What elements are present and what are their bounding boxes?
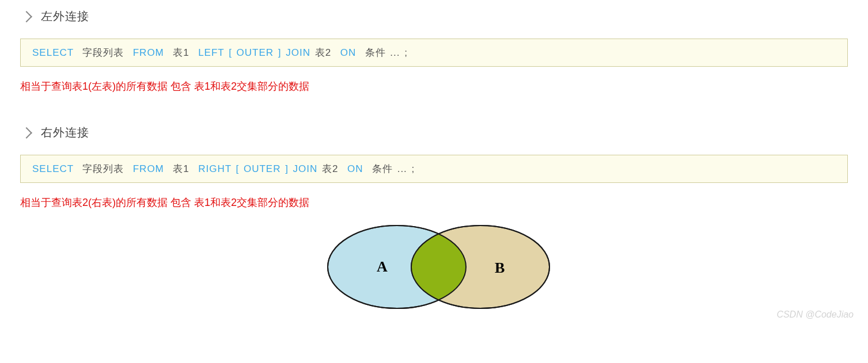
sql-keyword: FROM	[133, 163, 164, 174]
sql-keyword: SELECT	[32, 47, 74, 58]
sql-keyword: RIGHT	[198, 163, 232, 174]
venn-diagram: A B	[20, 212, 848, 319]
description-left-join: 相当于查询表1(左表)的所有数据 包含 表1和表2交集部分的数据	[20, 79, 848, 93]
section-heading-left-join: 左外连接	[20, 9, 848, 24]
sql-keyword: ON	[340, 47, 357, 58]
sql-keyword: ON	[347, 163, 363, 174]
sql-code-right-join: SELECT 字段列表 FROM 表1 RIGHT [ OUTER ] JOIN…	[20, 155, 848, 183]
sql-keyword: SELECT	[32, 163, 74, 174]
sql-keyword: [ OUTER ]	[236, 163, 288, 174]
venn-label-b: B	[495, 259, 505, 276]
sql-token: 字段列表	[82, 163, 124, 174]
section-heading-right-join: 右外连接	[20, 125, 848, 140]
sql-token: 条件 ... ;	[372, 163, 415, 174]
watermark: CSDN @CodeJiao	[776, 309, 854, 320]
sql-token: 表1	[173, 47, 189, 58]
sql-token: 字段列表	[82, 47, 124, 58]
venn-label-a: A	[377, 258, 388, 275]
sql-token: 表1	[173, 163, 189, 174]
chevron-right-icon	[21, 127, 32, 139]
sql-token: 表2	[322, 163, 338, 174]
sql-keyword: LEFT	[198, 47, 224, 58]
description-right-join: 相当于查询表2(右表)的所有数据 包含 表1和表2交集部分的数据	[20, 196, 848, 209]
heading-text: 左外连接	[41, 9, 89, 24]
sql-token: 表2	[315, 47, 331, 58]
sql-keyword: JOIN	[293, 163, 318, 174]
sql-keyword: JOIN	[286, 47, 310, 58]
sql-keyword: [ OUTER ]	[229, 47, 281, 58]
sql-token: 条件 ... ;	[365, 47, 408, 58]
chevron-right-icon	[21, 11, 32, 22]
heading-text: 右外连接	[41, 125, 89, 140]
venn-svg: A B	[290, 212, 578, 316]
sql-code-left-join: SELECT 字段列表 FROM 表1 LEFT [ OUTER ] JOIN …	[20, 39, 848, 67]
sql-keyword: FROM	[133, 47, 164, 58]
